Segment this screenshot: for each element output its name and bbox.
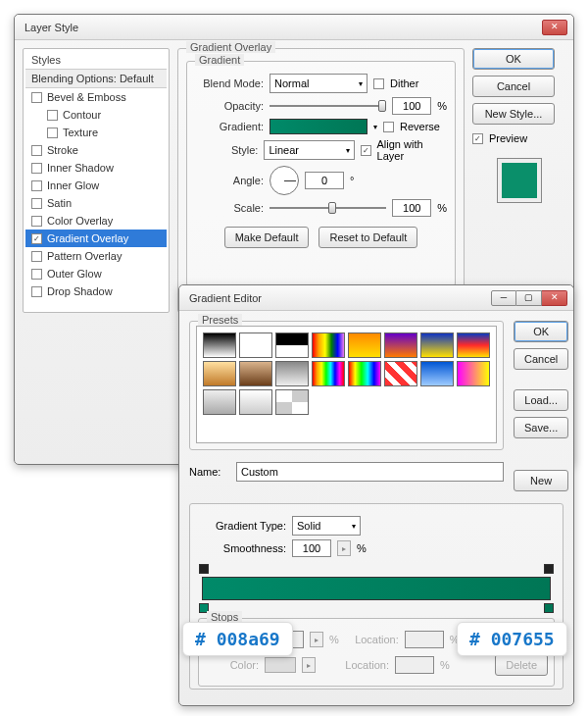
- smoothness-stepper[interactable]: ▸: [337, 540, 351, 556]
- layer-style-right-column: OK Cancel New Style... Preview: [472, 48, 565, 313]
- style-item-color-overlay[interactable]: Color Overlay: [25, 212, 167, 230]
- preset-swatch[interactable]: [203, 332, 236, 358]
- chevron-down-icon[interactable]: ▾: [373, 123, 377, 131]
- blend-mode-select[interactable]: Normal▾: [270, 74, 368, 93]
- style-item-checkbox[interactable]: [47, 110, 58, 121]
- preset-swatch[interactable]: [203, 389, 236, 415]
- preset-swatch[interactable]: [275, 389, 309, 415]
- preset-swatch[interactable]: [420, 332, 454, 358]
- preset-swatch[interactable]: [203, 361, 236, 386]
- blend-mode-label: Blend Mode:: [195, 77, 264, 89]
- preset-swatch[interactable]: [348, 332, 381, 358]
- gradient-overlay-group: Gradient Overlay Gradient Blend Mode: No…: [177, 48, 465, 313]
- gradient-type-select[interactable]: Solid▾: [292, 516, 361, 536]
- style-item-checkbox[interactable]: [31, 163, 42, 174]
- preset-swatch[interactable]: [275, 361, 309, 386]
- style-item-bevel-emboss[interactable]: Bevel & Emboss: [25, 88, 167, 106]
- preset-swatch[interactable]: [239, 361, 272, 386]
- style-select[interactable]: Linear▾: [264, 140, 355, 160]
- preset-swatch[interactable]: [312, 332, 345, 358]
- style-item-label: Drop Shadow: [47, 285, 113, 297]
- dither-checkbox[interactable]: [373, 78, 384, 89]
- style-item-checkbox[interactable]: [31, 216, 42, 227]
- style-item-label: Satin: [47, 197, 72, 209]
- style-item-inner-shadow[interactable]: Inner Shadow: [25, 159, 167, 177]
- style-item-pattern-overlay[interactable]: Pattern Overlay: [25, 247, 167, 265]
- ge-load-button[interactable]: Load...: [514, 389, 568, 411]
- minimize-icon[interactable]: ─: [491, 290, 516, 306]
- style-item-checkbox[interactable]: [31, 180, 42, 191]
- opacity-stop-left[interactable]: [199, 564, 209, 574]
- close-icon[interactable]: ✕: [542, 20, 567, 35]
- preset-swatch[interactable]: [348, 361, 381, 386]
- preset-swatch[interactable]: [457, 332, 490, 358]
- scale-slider[interactable]: [270, 200, 386, 216]
- style-item-drop-shadow[interactable]: Drop Shadow: [25, 282, 167, 300]
- align-checkbox[interactable]: [361, 145, 370, 156]
- opacity-input[interactable]: [392, 97, 431, 115]
- style-item-label: Stroke: [47, 144, 78, 156]
- preset-swatch[interactable]: [239, 389, 272, 415]
- presets-box[interactable]: [196, 326, 497, 443]
- style-item-checkbox[interactable]: [31, 92, 42, 103]
- make-default-button[interactable]: Make Default: [224, 227, 310, 248]
- gradient-swatch[interactable]: [270, 119, 368, 134]
- maximize-icon[interactable]: ▢: [516, 290, 542, 306]
- smoothness-label: Smoothness:: [198, 542, 286, 554]
- style-item-texture[interactable]: Texture: [25, 124, 167, 141]
- reset-default-button[interactable]: Reset to Default: [318, 227, 417, 248]
- preset-swatch[interactable]: [420, 361, 454, 386]
- style-item-stroke[interactable]: Stroke: [25, 141, 167, 159]
- style-item-inner-glow[interactable]: Inner Glow: [25, 177, 167, 194]
- preset-swatch[interactable]: [239, 332, 272, 358]
- cancel-button[interactable]: Cancel: [472, 76, 555, 97]
- angle-dial[interactable]: [270, 166, 299, 195]
- preset-swatch[interactable]: [312, 361, 345, 386]
- blending-options[interactable]: Blending Options: Default: [25, 69, 167, 88]
- style-item-label: Pattern Overlay: [47, 250, 122, 262]
- style-item-checkbox[interactable]: [31, 198, 42, 209]
- style-item-checkbox[interactable]: [47, 128, 58, 138]
- style-item-checkbox[interactable]: [31, 233, 42, 244]
- style-item-satin[interactable]: Satin: [25, 194, 167, 212]
- name-input[interactable]: [236, 462, 504, 482]
- color-stop-right[interactable]: [544, 603, 554, 613]
- ge-ok-button[interactable]: OK: [514, 321, 568, 342]
- callout-left-hex: # 008a69: [182, 622, 293, 656]
- style-item-outer-glow[interactable]: Outer Glow: [25, 265, 167, 282]
- preset-swatch[interactable]: [384, 332, 417, 358]
- style-item-checkbox[interactable]: [31, 145, 42, 156]
- name-label: Name:: [189, 466, 230, 478]
- close-icon[interactable]: ✕: [542, 290, 567, 306]
- style-item-checkbox[interactable]: [31, 269, 42, 280]
- opacity-stop-right[interactable]: [544, 564, 554, 574]
- ge-save-button[interactable]: Save...: [514, 417, 568, 438]
- style-item-checkbox[interactable]: [31, 286, 42, 297]
- layer-style-titlebar[interactable]: Layer Style ✕: [15, 15, 573, 40]
- angle-input[interactable]: [305, 172, 344, 189]
- chevron-down-icon: ▾: [359, 79, 363, 88]
- scale-input[interactable]: [392, 199, 431, 217]
- smoothness-input[interactable]: [292, 539, 331, 557]
- style-item-contour[interactable]: Contour: [25, 106, 167, 124]
- dither-label: Dither: [390, 77, 418, 89]
- preset-swatch[interactable]: [457, 361, 490, 386]
- gradient-editor-titlebar[interactable]: Gradient Editor ─ ▢ ✕: [179, 285, 573, 311]
- style-item-checkbox[interactable]: [31, 251, 42, 262]
- callout-right-hex: # 007655: [457, 622, 567, 656]
- styles-header[interactable]: Styles: [25, 51, 167, 69]
- style-item-gradient-overlay[interactable]: Gradient Overlay: [25, 230, 167, 247]
- preview-checkbox[interactable]: [472, 133, 483, 144]
- opacity-slider[interactable]: [270, 98, 386, 114]
- style-label: Style:: [195, 144, 258, 156]
- preset-swatch[interactable]: [275, 332, 309, 358]
- preset-swatch[interactable]: [384, 361, 417, 386]
- reverse-checkbox[interactable]: [383, 122, 394, 132]
- new-style-button[interactable]: New Style...: [472, 103, 555, 125]
- ge-new-button[interactable]: New: [514, 470, 568, 491]
- stop-location-input: [405, 631, 444, 648]
- gradient-bar[interactable]: [202, 577, 551, 600]
- delete-color-stop-button: Delete: [495, 654, 548, 676]
- ok-button[interactable]: OK: [472, 48, 555, 70]
- ge-cancel-button[interactable]: Cancel: [514, 348, 568, 370]
